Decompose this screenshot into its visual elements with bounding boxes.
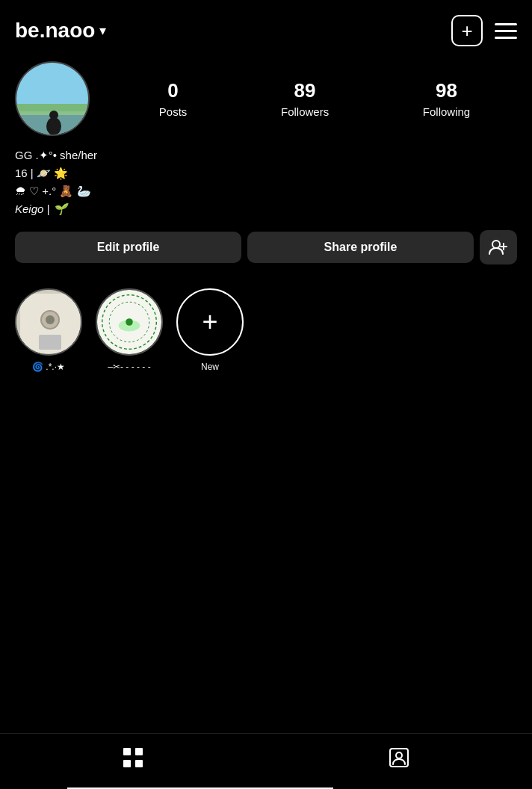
followers-count: 89	[294, 79, 316, 102]
stat-followers[interactable]: 89 Followers	[281, 79, 329, 118]
buttons-row: Edit profile Share profile	[15, 230, 517, 264]
svg-rect-22	[135, 760, 143, 767]
bio-line-1: GG .✦°• she/her	[15, 146, 517, 164]
svg-point-4	[46, 117, 61, 135]
chevron-down-icon[interactable]: ▾	[99, 22, 106, 39]
story-label-2: –✂︎- - - - - -	[108, 362, 150, 372]
avatar-image	[16, 63, 88, 134]
followers-label: Followers	[281, 105, 329, 118]
avatar-svg	[16, 63, 90, 136]
profile-section: 0 Posts 89 Followers 98 Following GG .✦°…	[0, 54, 532, 276]
story-circle-2[interactable]	[96, 288, 163, 356]
story-item-new[interactable]: + New	[176, 288, 244, 372]
grid-icon	[122, 746, 144, 769]
svg-rect-19	[123, 748, 131, 755]
stat-posts[interactable]: 0 Posts	[159, 79, 188, 118]
stats-area: 0 Posts 89 Followers 98 Following	[112, 79, 517, 118]
username-title[interactable]: be.naoo	[15, 19, 95, 43]
header-actions: +	[451, 15, 517, 46]
stat-following[interactable]: 98 Following	[423, 79, 470, 118]
posts-count: 0	[167, 79, 178, 102]
tab-bar-inner	[0, 734, 532, 788]
svg-point-5	[49, 111, 58, 120]
plus-icon: +	[461, 19, 472, 43]
svg-rect-20	[135, 748, 143, 755]
story-2-svg	[97, 288, 161, 356]
svg-point-12	[46, 315, 55, 324]
menu-line-2	[495, 30, 517, 32]
posts-label: Posts	[159, 105, 188, 118]
story-label-1: 🌀 .*.·★	[32, 362, 65, 372]
bio-line-4: Keigo | 🌱	[15, 200, 517, 218]
bio-section: GG .✦°• she/her 16 | 🪐 🌟 🌨 ♡ +.° 🧸 🦢 Kei…	[15, 146, 517, 218]
bio-line-3: 🌨 ♡ +.° 🧸 🦢	[15, 182, 517, 200]
avatar[interactable]	[15, 61, 90, 136]
svg-point-6	[492, 241, 500, 248]
header-left: be.naoo ▾	[15, 19, 106, 43]
story-label-new: New	[201, 362, 219, 372]
story-circle-new[interactable]: +	[176, 288, 244, 356]
add-person-icon	[489, 239, 508, 256]
svg-rect-3	[16, 104, 90, 111]
tab-bar	[0, 733, 532, 789]
share-profile-button[interactable]: Share profile	[247, 232, 474, 263]
menu-button[interactable]	[495, 23, 517, 39]
story-thumb-2	[97, 290, 161, 354]
add-friend-button[interactable]	[480, 230, 517, 264]
bio-line-2: 16 | 🪐 🌟	[15, 164, 517, 182]
profile-top: 0 Posts 89 Followers 98 Following	[15, 61, 517, 136]
story-item-1[interactable]: 🌀 .*.·★	[15, 288, 82, 372]
following-label: Following	[423, 105, 470, 118]
stories-section: 🌀 .*.·★ –✂︎- - - - - - + New	[0, 276, 532, 384]
story-item-2[interactable]: –✂︎- - - - - -	[96, 288, 163, 372]
svg-point-18	[126, 318, 133, 326]
svg-point-24	[396, 752, 402, 758]
header: be.naoo ▾ +	[0, 0, 532, 54]
story-thumb-1	[16, 290, 81, 354]
tab-grid[interactable]	[111, 743, 155, 773]
menu-line-1	[495, 23, 517, 25]
svg-rect-13	[39, 335, 61, 350]
menu-line-3	[495, 37, 517, 39]
portrait-icon	[388, 746, 410, 769]
following-count: 98	[436, 79, 457, 102]
story-1-svg	[16, 290, 82, 356]
add-story-icon: +	[202, 309, 217, 335]
create-button[interactable]: +	[451, 15, 483, 46]
story-circle-1[interactable]	[15, 288, 82, 356]
tab-portrait[interactable]	[377, 743, 421, 773]
svg-rect-21	[123, 760, 131, 767]
edit-profile-button[interactable]: Edit profile	[15, 232, 241, 263]
